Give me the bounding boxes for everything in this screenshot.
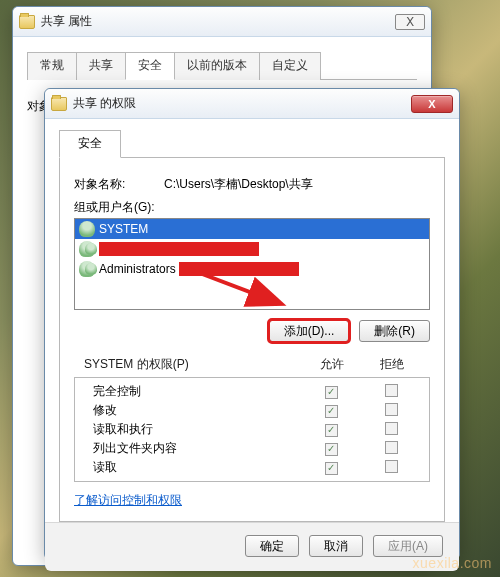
dialog-footer: 确定 取消 应用(A) <box>45 522 459 571</box>
object-name-label: 对象名称: <box>74 176 164 193</box>
permission-row: 列出文件夹内容 <box>75 439 429 458</box>
allow-header: 允许 <box>302 356 362 373</box>
permissions-title: 共享 的权限 <box>73 95 136 112</box>
permission-row: 读取和执行 <box>75 420 429 439</box>
group-icon <box>79 261 95 277</box>
permission-label: 列出文件夹内容 <box>93 440 301 457</box>
properties-titlebar[interactable]: 共享 属性 𝖷 <box>13 7 431 37</box>
watermark: xuexila.com <box>413 555 492 571</box>
permissions-tabs: 安全 <box>59 129 445 158</box>
tab-previous-versions[interactable]: 以前的版本 <box>174 52 260 80</box>
permissions-list: 完全控制 修改 读取和执行 列出文件夹内容 <box>74 377 430 482</box>
folder-icon <box>19 15 35 29</box>
object-name-value: C:\Users\李楠\Desktop\共享 <box>164 176 313 193</box>
tab-customize[interactable]: 自定义 <box>259 52 321 80</box>
apply-button[interactable]: 应用(A) <box>373 535 443 557</box>
add-button[interactable]: 添加(D)... <box>269 320 350 342</box>
group-icon <box>79 241 95 257</box>
list-item-label: SYSTEM <box>99 222 148 236</box>
permission-label: 完全控制 <box>93 383 301 400</box>
allow-checkbox[interactable] <box>325 424 338 437</box>
security-panel: 对象名称: C:\Users\李楠\Desktop\共享 组或用户名(G): S… <box>59 158 445 522</box>
properties-tabs: 常规 共享 安全 以前的版本 自定义 <box>27 51 417 80</box>
redacted-text <box>99 242 259 256</box>
allow-checkbox[interactable] <box>325 405 338 418</box>
properties-title: 共享 属性 <box>41 13 92 30</box>
permission-row: 修改 <box>75 401 429 420</box>
remove-button[interactable]: 删除(R) <box>359 320 430 342</box>
permission-row: 读取 <box>75 458 429 477</box>
tab-security[interactable]: 安全 <box>125 52 175 80</box>
tab-sharing[interactable]: 共享 <box>76 52 126 80</box>
list-item[interactable]: Administrators <box>75 259 429 279</box>
list-item[interactable] <box>75 239 429 259</box>
permission-label: 修改 <box>93 402 301 419</box>
redacted-text <box>179 262 299 276</box>
ok-button[interactable]: 确定 <box>245 535 299 557</box>
deny-header: 拒绝 <box>362 356 422 373</box>
list-item[interactable]: SYSTEM <box>75 219 429 239</box>
cancel-button[interactable]: 取消 <box>309 535 363 557</box>
users-listbox[interactable]: SYSTEM Administrators <box>74 218 430 310</box>
deny-checkbox[interactable] <box>385 384 398 397</box>
close-icon[interactable]: 𝖷 <box>395 14 425 30</box>
permission-label: 读取 <box>93 459 301 476</box>
permission-label: 读取和执行 <box>93 421 301 438</box>
permission-row: 完全控制 <box>75 382 429 401</box>
allow-checkbox[interactable] <box>325 443 338 456</box>
groups-label: 组或用户名(G): <box>74 199 430 216</box>
allow-checkbox[interactable] <box>325 462 338 475</box>
tab-security[interactable]: 安全 <box>59 130 121 158</box>
close-button[interactable]: X <box>411 95 453 113</box>
deny-checkbox[interactable] <box>385 403 398 416</box>
deny-checkbox[interactable] <box>385 422 398 435</box>
user-icon <box>79 221 95 237</box>
list-item-label: Administrators <box>99 262 176 276</box>
allow-checkbox[interactable] <box>325 386 338 399</box>
deny-checkbox[interactable] <box>385 441 398 454</box>
learn-link[interactable]: 了解访问控制和权限 <box>74 493 182 507</box>
permissions-header: SYSTEM 的权限(P) <box>84 356 302 373</box>
tab-general[interactable]: 常规 <box>27 52 77 80</box>
permissions-titlebar[interactable]: 共享 的权限 X <box>45 89 459 119</box>
permissions-window: 共享 的权限 X 安全 对象名称: C:\Users\李楠\Desktop\共享… <box>44 88 460 560</box>
folder-icon <box>51 97 67 111</box>
deny-checkbox[interactable] <box>385 460 398 473</box>
